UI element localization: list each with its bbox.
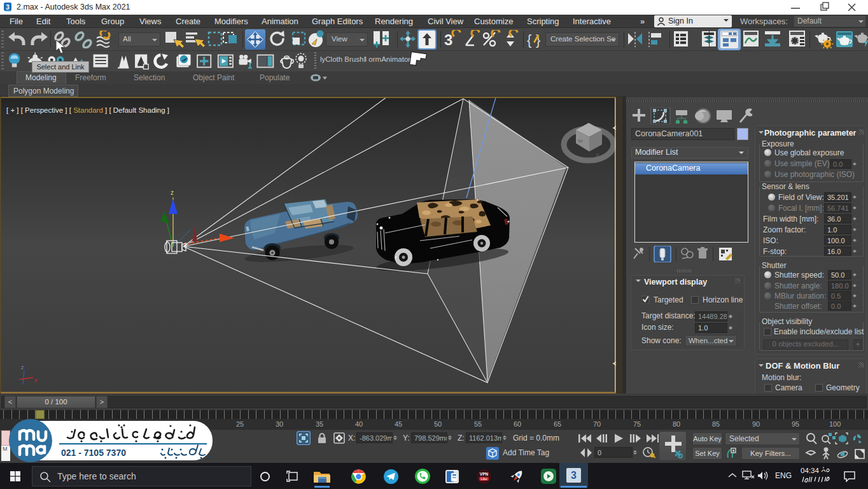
svg-text:3: 3 [444,31,452,48]
svg-text:{: { [527,32,531,48]
svg-text:3: 3 [571,470,577,481]
svg-text:VPN: VPN [480,472,489,476]
svg-text:021 - 7105 7370: 021 - 7105 7370 [61,448,126,458]
svg-text:W: W [578,138,583,144]
svg-text:Like: Like [480,477,487,481]
svg-text:x: x [34,377,38,383]
svg-text:3: 3 [6,4,10,11]
svg-text:z: z [171,189,174,196]
svg-text:z: z [21,364,24,371]
svg-text:[ + ] [ Perspective ] [ Stand: [ + ] [ Perspective ] [ Standard ] [ Def… [6,106,169,114]
svg-text:S: S [596,152,599,158]
